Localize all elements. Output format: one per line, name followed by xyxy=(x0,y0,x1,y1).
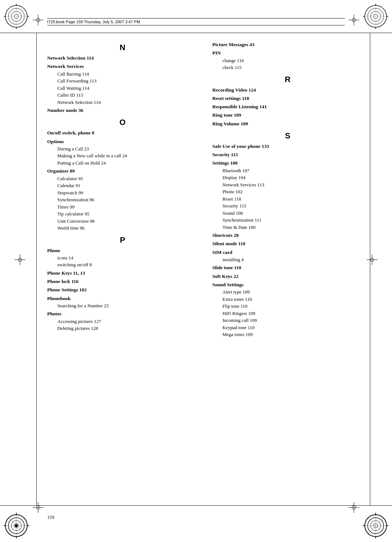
entry-stopwatch: Stopwatch 99 xyxy=(47,189,198,197)
entry-timer: Timer 99 xyxy=(47,203,198,211)
entry-phone-keys: Phone Keys 11, 13 xyxy=(47,270,198,277)
entry-unit-conversion: Unit Conversion 98 xyxy=(47,218,198,225)
entry-photos: Photos xyxy=(47,310,198,317)
entry-responsible-listening: Responsible Listening 141 xyxy=(212,103,363,110)
corner-decoration-bl xyxy=(4,513,29,538)
page-container: t729.book Page 159 Thursday, July 5, 200… xyxy=(0,0,392,542)
entry-settings: Settings 100 xyxy=(212,159,363,167)
entry-network-selection: Network Selection 114 xyxy=(47,54,198,62)
entry-security-sub: Security 115 xyxy=(212,202,363,210)
entry-soft-keys: Soft Keys 22 xyxy=(212,273,363,280)
entry-pin-change: change 116 xyxy=(212,57,363,64)
entry-call-waiting: Call Waiting 114 xyxy=(47,85,198,92)
border-line-top xyxy=(0,33,392,33)
right-column: Picture Messages 43 PIN change 116 check… xyxy=(205,40,363,506)
entry-keypad-tone: Keypad tone 110 xyxy=(212,324,363,331)
left-column: N Network Selection 114 Network Services… xyxy=(47,40,205,506)
entry-pin-check: check 115 xyxy=(212,64,363,71)
entry-picture-messages: Picture Messages 43 xyxy=(212,41,363,48)
section-s-header: S xyxy=(212,131,363,141)
entry-bluetooth: Bluetooth 107 xyxy=(212,167,363,174)
entry-reset-settings: Reset settings 118 xyxy=(212,95,363,102)
entry-phone-icons: icons 14 xyxy=(47,254,198,262)
section-n-header: N xyxy=(47,43,198,52)
cross-mark-mr xyxy=(367,254,377,265)
border-line-left xyxy=(36,33,37,506)
content-area: N Network Selection 114 Network Services… xyxy=(47,40,363,506)
entry-slide-tone: Slide tone 110 xyxy=(212,264,363,271)
entry-sound-settings: Sound Settings xyxy=(212,281,363,288)
cross-mark-bl xyxy=(33,502,44,513)
entry-sound-sub: Sound 108 xyxy=(212,210,363,217)
section-o-header: O xyxy=(47,118,198,127)
entry-phone: Phone xyxy=(47,247,198,254)
entry-onoff-switch: On/off switch, phone 8 xyxy=(47,129,198,137)
entry-calculator: Calculator 95 xyxy=(47,175,198,182)
svg-point-36 xyxy=(15,524,18,527)
entry-call-forwarding: Call Forwarding 113 xyxy=(47,77,198,85)
entry-safe-use: Safe Use of your phone 133 xyxy=(212,143,363,150)
entry-synchronization-settings: Synchronization 111 xyxy=(212,217,363,224)
entry-deleting-pictures: Deleting pictures 128 xyxy=(47,325,198,332)
entry-caller-id: Caller ID 115 xyxy=(47,92,198,99)
entry-shortcuts: Shortcuts 28 xyxy=(212,232,363,239)
entry-making-new-call: Making a New call while in a call 24 xyxy=(47,152,198,159)
cross-mark-ml xyxy=(15,254,25,265)
entry-tip-calculator: Tip calculator 95 xyxy=(47,210,198,218)
entry-display: Display 104 xyxy=(212,174,363,181)
entry-mega-tones: Mega tones 109 xyxy=(212,331,363,338)
entry-incoming-call: Incoming call 109 xyxy=(212,317,363,324)
header-text: t729.book Page 159 Thursday, July 5, 200… xyxy=(47,20,140,24)
entry-phone-lock: Phone lock 116 xyxy=(47,278,198,285)
entry-phone-settings: Phone Settings 102 xyxy=(47,286,198,294)
entry-synchronization-org: Synchronization 96 xyxy=(47,196,198,203)
entry-organizer: Organizer 89 xyxy=(47,167,198,175)
entry-flip-tone: Flip tone 110 xyxy=(212,303,363,310)
corner-decoration-tr xyxy=(363,4,388,29)
corner-decoration-tl xyxy=(4,4,29,29)
entry-hifi-ringers: HiFi Ringers 109 xyxy=(212,310,363,317)
entry-alert-type: Alert type 109 xyxy=(212,288,363,296)
entry-number-mode: Number mode 36 xyxy=(47,107,198,114)
entry-security: Security 115 xyxy=(212,151,363,158)
entry-installing: installing 4 xyxy=(212,256,363,263)
entry-extra-tones: Extra tones 110 xyxy=(212,296,363,303)
entry-time-date: Time & Date 100 xyxy=(212,224,363,231)
entry-network-services-settings: Network Services 113 xyxy=(212,181,363,189)
page-number: 159 xyxy=(47,514,54,520)
page-header: t729.book Page 159 Thursday, July 5, 200… xyxy=(47,18,345,25)
entry-silent-mode: Silent mode 110 xyxy=(212,240,363,247)
entry-world-time: World time 96 xyxy=(47,225,198,232)
entry-network-services: Network Services xyxy=(47,63,198,70)
entry-phonebook: Phonebook xyxy=(47,295,198,302)
entry-during-call: During a Call 23 xyxy=(47,145,198,153)
entry-call-barring: Call Barring 114 xyxy=(47,70,198,78)
entry-sim-card: SIM card xyxy=(212,249,363,256)
entry-options: Options xyxy=(47,138,198,145)
entry-phone-switching: switching on/off 8 xyxy=(47,261,198,268)
entry-putting-call-hold: Putting a Call on Hold 24 xyxy=(47,159,198,167)
entry-recording-video: Recording Video 124 xyxy=(212,86,363,94)
entry-searching-number: Searching for a Number 25 xyxy=(47,302,198,310)
cross-mark-tr xyxy=(348,15,359,25)
entry-reset-sub: Reset 118 xyxy=(212,195,363,203)
entry-network-selection-sub: Network Selection 114 xyxy=(47,99,198,106)
section-p-header: P xyxy=(47,235,198,245)
entry-phone-settings-sub: Phone 102 xyxy=(212,188,363,195)
section-r-header: R xyxy=(212,75,363,84)
corner-decoration-br xyxy=(363,513,388,538)
entry-ring-tone: Ring tone 109 xyxy=(212,112,363,119)
entry-calendar: Calendar 91 xyxy=(47,182,198,189)
entry-pin: PIN xyxy=(212,49,363,57)
entry-ring-volume: Ring Volume 109 xyxy=(212,120,363,128)
border-line-right xyxy=(370,33,370,506)
entry-accessing-pictures: Accessing pictures 127 xyxy=(47,318,198,325)
cross-mark-tl xyxy=(33,15,44,25)
